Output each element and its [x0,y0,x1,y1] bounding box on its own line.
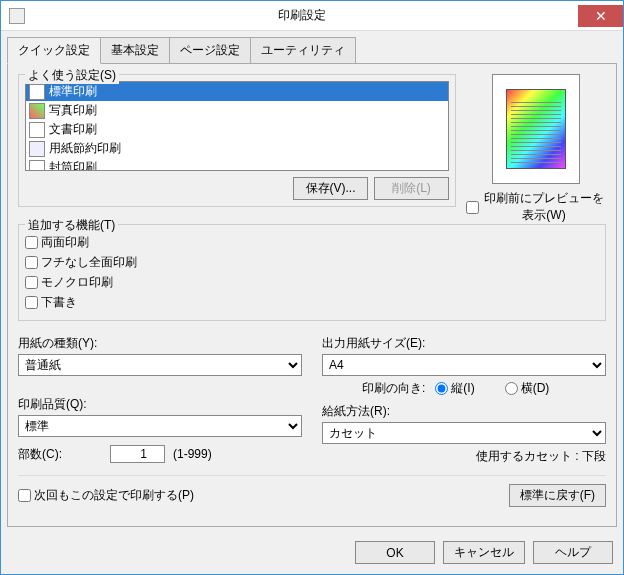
source-select[interactable]: カセット [322,422,606,444]
borderless-checkbox[interactable]: フチなし全面印刷 [25,254,599,271]
tab-quick[interactable]: クイック設定 [7,37,101,64]
tab-page[interactable]: ページ設定 [169,37,251,64]
preset-papersave[interactable]: 用紙節約印刷 [26,139,448,158]
close-button[interactable]: ✕ [578,5,623,27]
preset-label: 文書印刷 [49,121,97,138]
show-preview-input[interactable] [466,201,479,214]
mono-input[interactable] [25,276,38,289]
mono-checkbox[interactable]: モノクロ印刷 [25,274,599,291]
source-label: 給紙方法(R): [322,403,606,420]
presets-list[interactable]: 標準印刷 写真印刷 文書印刷 用紙節約印刷 封筒印刷 [25,81,449,171]
features-label: 追加する機能(T) [25,217,118,234]
window-title: 印刷設定 [25,7,578,24]
mono-label: モノクロ印刷 [41,274,113,291]
orient-landscape-input[interactable] [505,382,518,395]
quality-label: 印刷品質(Q): [18,396,302,413]
preset-label: 写真印刷 [49,102,97,119]
print-settings-window: 印刷設定 ✕ クイック設定 基本設定 ページ設定 ユーティリティ よく使う設定(… [0,0,624,575]
orient-portrait[interactable]: 縦(I) [435,380,474,397]
always-use-label: 次回もこの設定で印刷する(P) [34,487,194,504]
preset-envelope[interactable]: 封筒印刷 [26,158,448,171]
preset-label: 標準印刷 [49,83,97,100]
dialog-buttons: OK キャンセル ヘルプ [1,533,623,574]
media-label: 用紙の種類(Y): [18,335,302,352]
orient-landscape-label: 横(D) [521,380,550,397]
preset-photo[interactable]: 写真印刷 [26,101,448,120]
save-preset-button[interactable]: 保存(V)... [293,177,368,200]
media-select[interactable]: 普通紙 [18,354,302,376]
quality-select[interactable]: 標準 [18,415,302,437]
title-bar: 印刷設定 ✕ [1,1,623,31]
always-use-checkbox[interactable]: 次回もこの設定で印刷する(P) [18,487,194,504]
envelope-icon [29,160,45,172]
orient-label: 印刷の向き: [362,380,425,397]
preset-label: 用紙節約印刷 [49,140,121,157]
features-group: 追加する機能(T) 両面印刷 フチなし全面印刷 モノクロ印刷 下書き [18,224,606,321]
printer-icon [9,8,25,24]
preview-pane [492,74,580,184]
presets-label: よく使う設定(S) [25,67,119,84]
doc-icon [29,122,45,138]
cancel-button[interactable]: キャンセル [443,541,525,564]
tab-basic[interactable]: 基本設定 [100,37,170,64]
duplex-label: 両面印刷 [41,234,89,251]
photo-icon [29,103,45,119]
borderless-input[interactable] [25,256,38,269]
preview-page-icon [506,89,566,169]
tabs: クイック設定 基本設定 ページ設定 ユーティリティ [1,31,623,64]
tab-body: よく使う設定(S) 標準印刷 写真印刷 文書印刷 用紙節約印刷 封筒印刷 保存(… [7,63,617,527]
doc-icon [29,84,45,100]
copies-label: 部数(C): [18,446,62,463]
delete-preset-button[interactable]: 削除(L) [374,177,449,200]
duplex-input[interactable] [25,236,38,249]
orient-portrait-label: 縦(I) [451,380,474,397]
orient-portrait-input[interactable] [435,382,448,395]
copies-input[interactable] [110,445,165,463]
draft-checkbox[interactable]: 下書き [25,294,599,311]
preset-standard[interactable]: 標準印刷 [26,82,448,101]
defaults-button[interactable]: 標準に戻す(F) [509,484,606,507]
save-icon [29,141,45,157]
ok-button[interactable]: OK [355,541,435,564]
tab-utility[interactable]: ユーティリティ [250,37,356,64]
preset-label: 封筒印刷 [49,159,97,171]
orient-landscape[interactable]: 横(D) [505,380,550,397]
copies-range: (1-999) [173,447,212,461]
borderless-label: フチなし全面印刷 [41,254,137,271]
help-button[interactable]: ヘルプ [533,541,613,564]
draft-input[interactable] [25,296,38,309]
size-label: 出力用紙サイズ(E): [322,335,606,352]
show-preview-label: 印刷前にプレビューを表示(W) [482,190,606,224]
duplex-checkbox[interactable]: 両面印刷 [25,234,599,251]
size-select[interactable]: A4 [322,354,606,376]
draft-label: 下書き [41,294,77,311]
presets-group: よく使う設定(S) 標準印刷 写真印刷 文書印刷 用紙節約印刷 封筒印刷 保存(… [18,74,456,207]
cassette-note: 使用するカセット : 下段 [322,448,606,465]
show-preview-checkbox[interactable]: 印刷前にプレビューを表示(W) [466,190,606,224]
preset-document[interactable]: 文書印刷 [26,120,448,139]
always-use-input[interactable] [18,489,31,502]
